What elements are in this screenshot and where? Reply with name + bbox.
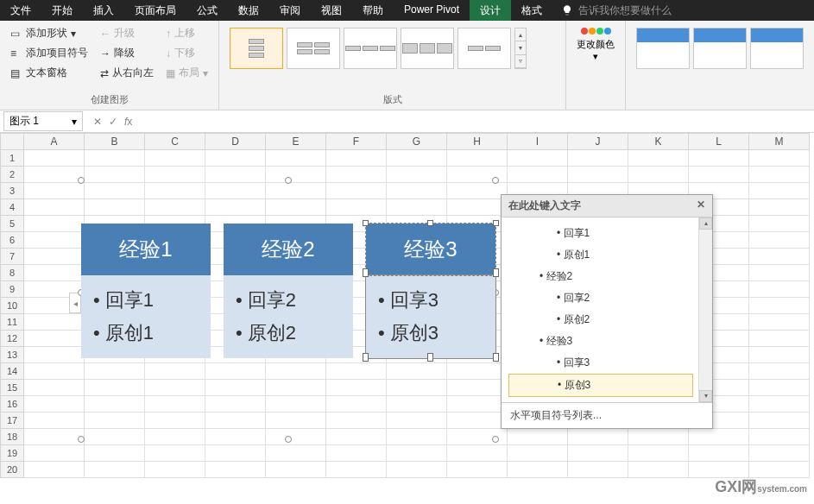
cell[interactable]: [749, 216, 810, 232]
change-colors-button[interactable]: 更改颜色 ▾: [573, 24, 618, 66]
name-box[interactable]: 图示 1▾: [3, 111, 83, 131]
cell[interactable]: [85, 445, 145, 462]
cell[interactable]: [24, 265, 85, 281]
cell[interactable]: [85, 462, 145, 478]
cell[interactable]: [205, 462, 266, 478]
tab-formulas[interactable]: 公式: [186, 0, 228, 21]
textpane-item[interactable]: 原创3: [508, 374, 693, 397]
shape-handle[interactable]: [493, 268, 499, 277]
textpane-item[interactable]: 经验2: [505, 266, 709, 287]
cell[interactable]: [447, 445, 508, 462]
add-bullet-button[interactable]: ≡添加项目符号: [7, 44, 91, 62]
scroll-up-icon[interactable]: ▴: [699, 217, 712, 230]
cell[interactable]: [24, 183, 85, 199]
shape-handle[interactable]: [363, 268, 369, 277]
textpane-scrollbar[interactable]: ▴ ▾: [698, 217, 712, 402]
smartart-card-2[interactable]: 经验2 • 回享2 • 原创2: [224, 224, 353, 358]
row-header[interactable]: 18: [0, 429, 24, 445]
row-header[interactable]: 16: [0, 396, 24, 413]
cell[interactable]: [628, 429, 689, 445]
cell[interactable]: [568, 150, 628, 167]
cell[interactable]: [749, 265, 810, 281]
cell[interactable]: [749, 232, 810, 249]
textpane-item[interactable]: 回享2: [505, 287, 709, 309]
layout-thumb-4[interactable]: [401, 28, 454, 69]
cell[interactable]: [387, 150, 447, 167]
column-header[interactable]: A: [24, 133, 85, 150]
tab-view[interactable]: 视图: [311, 0, 352, 21]
cell[interactable]: [689, 445, 749, 462]
cell[interactable]: [266, 445, 326, 462]
cell[interactable]: [387, 445, 447, 462]
row-header[interactable]: 9: [0, 281, 24, 298]
tab-help[interactable]: 帮助: [352, 0, 394, 21]
cell[interactable]: [749, 445, 810, 462]
cell[interactable]: [326, 462, 387, 478]
cell[interactable]: [568, 429, 628, 445]
cell[interactable]: [24, 232, 85, 249]
layout-button[interactable]: ▦布局 ▾: [162, 64, 211, 82]
tab-home[interactable]: 开始: [41, 0, 83, 21]
cell[interactable]: [145, 462, 205, 478]
cell[interactable]: [508, 167, 568, 183]
cell[interactable]: [628, 462, 689, 478]
textpane-footer[interactable]: 水平项目符号列表...: [502, 402, 712, 428]
row-header[interactable]: 10: [0, 298, 24, 314]
move-up-button[interactable]: ↑上移: [162, 24, 211, 42]
tab-layout[interactable]: 页面布局: [124, 0, 186, 21]
column-header[interactable]: F: [326, 133, 387, 150]
cell[interactable]: [689, 167, 749, 183]
tell-me-search[interactable]: 告诉我你想要做什么: [552, 0, 814, 21]
smartart-container[interactable]: ◂ 经验1 • 回享1 • 原创1 经验2: [81, 180, 495, 439]
expand-icon[interactable]: ▿: [515, 55, 526, 68]
textpane-item[interactable]: 原创1: [505, 244, 709, 266]
row-header[interactable]: 13: [0, 347, 24, 363]
cell[interactable]: [24, 363, 85, 380]
column-header[interactable]: L: [689, 133, 749, 150]
cell[interactable]: [205, 150, 266, 167]
row-header[interactable]: 19: [0, 445, 24, 462]
cell[interactable]: [568, 445, 628, 462]
style-thumb-2[interactable]: [693, 28, 747, 69]
textpane-item[interactable]: 回享3: [505, 352, 709, 374]
column-header[interactable]: E: [266, 133, 326, 150]
cell[interactable]: [24, 396, 85, 413]
cell[interactable]: [24, 331, 85, 347]
cell[interactable]: [749, 249, 810, 265]
smartart-card-3[interactable]: 经验3 • 回享3 • 原创3: [366, 224, 495, 358]
accept-formula-icon[interactable]: ✓: [109, 116, 117, 128]
column-header[interactable]: B: [85, 133, 145, 150]
fx-icon[interactable]: fx: [124, 116, 132, 128]
resize-handle-ne[interactable]: [492, 177, 499, 184]
cell[interactable]: [387, 462, 447, 478]
cell[interactable]: [689, 150, 749, 167]
tab-format[interactable]: 格式: [511, 0, 552, 21]
cell[interactable]: [749, 363, 810, 380]
tab-data[interactable]: 数据: [228, 0, 269, 21]
smartart-card-1[interactable]: 经验1 • 回享1 • 原创1: [81, 224, 211, 358]
row-header[interactable]: 7: [0, 249, 24, 265]
layout-thumb-1[interactable]: [230, 28, 283, 69]
column-header[interactable]: H: [447, 133, 508, 150]
cell[interactable]: [266, 462, 326, 478]
row-header[interactable]: 2: [0, 167, 24, 183]
cell[interactable]: [24, 413, 85, 429]
row-header[interactable]: 15: [0, 380, 24, 396]
card-body[interactable]: • 回享3 • 原创3: [366, 275, 495, 358]
resize-handle-s[interactable]: [285, 436, 292, 443]
style-thumb-3[interactable]: [750, 28, 804, 69]
textpane-item[interactable]: 经验3: [505, 331, 709, 352]
column-header[interactable]: K: [628, 133, 689, 150]
row-header[interactable]: 14: [0, 363, 24, 380]
cell[interactable]: [24, 314, 85, 331]
cell[interactable]: [689, 429, 749, 445]
cell[interactable]: [447, 150, 508, 167]
layout-thumb-5[interactable]: [457, 28, 511, 69]
layout-thumb-3[interactable]: [344, 28, 397, 69]
cell[interactable]: [568, 167, 628, 183]
scroll-up-icon[interactable]: ▴: [515, 28, 526, 41]
cell[interactable]: [749, 347, 810, 363]
cell[interactable]: [24, 380, 85, 396]
cell[interactable]: [447, 462, 508, 478]
shape-handle[interactable]: [493, 220, 499, 226]
